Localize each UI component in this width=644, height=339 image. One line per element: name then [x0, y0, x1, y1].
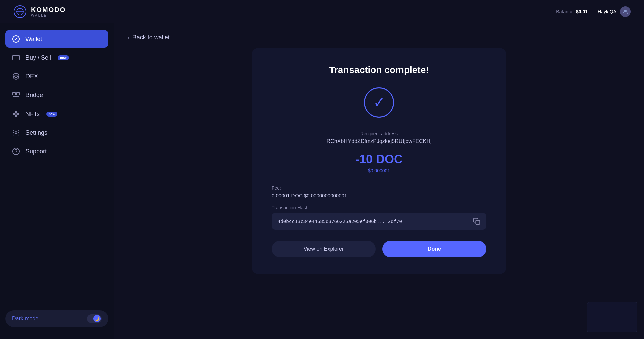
amount-usd: $0.000001	[355, 168, 403, 173]
hash-text: 4d0bcc13c34e44685d3766225a205ef006b... 2…	[278, 219, 402, 224]
dark-mode-label: Dark mode	[12, 316, 38, 322]
back-arrow-icon: ‹	[127, 33, 130, 41]
header-right: Balance $0.01 Hayk QA	[556, 6, 631, 17]
view-on-explorer-button[interactable]: View on Explorer	[272, 241, 376, 257]
svg-rect-11	[13, 115, 15, 117]
back-to-wallet-label: Back to wallet	[132, 34, 170, 41]
logo-text: KOMODO WALLET	[31, 6, 66, 17]
balance-area: Balance $0.01	[556, 9, 588, 14]
dex-icon	[12, 72, 20, 80]
fee-label: Fee:	[272, 185, 486, 191]
amount-section: -10 DOC $0.000001	[355, 152, 403, 173]
checkmark-icon: ✓	[373, 95, 385, 110]
logo-name: KOMODO	[31, 6, 66, 14]
svg-rect-12	[17, 115, 19, 117]
user-area: Hayk QA	[598, 6, 631, 17]
recipient-address: RChXbHYddZDfmzPJqzkej5RUtjpwFECKHj	[272, 138, 486, 144]
done-button[interactable]: Done	[382, 241, 486, 257]
sidebar-item-settings[interactable]: Settings	[5, 124, 108, 141]
dark-mode-toggle[interactable]: Dark mode 🌙	[5, 310, 108, 327]
back-to-wallet-button[interactable]: ‹ Back to wallet	[127, 23, 170, 48]
svg-rect-8	[17, 92, 19, 95]
sidebar-item-label: Buy / Sell	[25, 54, 51, 61]
fee-value: 0.00001 DOC $0.0000000000001	[272, 193, 486, 198]
content: ‹ Back to wallet Transaction complete! ✓…	[114, 23, 644, 339]
sidebar-item-label: Wallet	[25, 36, 42, 43]
sidebar-item-buy-sell[interactable]: Buy / Sell new	[5, 49, 108, 66]
komodo-logo-icon	[13, 5, 27, 18]
sidebar-item-label: DEX	[25, 73, 38, 80]
user-name: Hayk QA	[598, 9, 616, 14]
action-buttons: View on Explorer Done	[272, 241, 486, 257]
transaction-card: Transaction complete! ✓ Recipient addres…	[252, 48, 506, 274]
credit-card-icon	[12, 54, 20, 62]
sidebar-item-bridge[interactable]: Bridge	[5, 86, 108, 104]
svg-point-13	[15, 132, 17, 134]
sidebar-item-support[interactable]: Support	[5, 143, 108, 160]
recipient-label: Recipient address	[272, 131, 486, 136]
wallet-icon	[12, 35, 20, 43]
main-layout: Wallet Buy / Sell new DEX	[0, 23, 644, 339]
copy-icon[interactable]	[473, 218, 480, 225]
sidebar-item-label: NFTs	[25, 111, 40, 118]
settings-icon	[12, 129, 20, 137]
amount-value: -10 DOC	[355, 152, 403, 166]
svg-rect-9	[13, 111, 15, 113]
support-icon	[12, 147, 20, 155]
balance-label: Balance	[556, 9, 573, 14]
header: KOMODO WALLET Balance $0.01 Hayk QA	[0, 0, 644, 23]
svg-rect-4	[13, 55, 19, 60]
hash-box: 4d0bcc13c34e44685d3766225a205ef006b... 2…	[272, 213, 486, 230]
sidebar-bottom: Dark mode 🌙	[5, 305, 108, 332]
bridge-icon	[12, 91, 20, 99]
sidebar: Wallet Buy / Sell new DEX	[0, 23, 114, 339]
sidebar-item-dex[interactable]: DEX	[5, 68, 108, 85]
sidebar-item-label: Settings	[25, 129, 47, 136]
svg-rect-10	[17, 111, 19, 113]
logo-subtitle: WALLET	[31, 14, 66, 17]
balance-value: $0.01	[576, 9, 588, 14]
recipient-section: Recipient address RChXbHYddZDfmzPJqzkej5…	[272, 131, 486, 144]
badge-new: new	[46, 112, 57, 117]
sidebar-nav: Wallet Buy / Sell new DEX	[5, 30, 108, 305]
toggle-knob: 🌙	[87, 314, 102, 323]
toggle-circle: 🌙	[93, 315, 101, 322]
svg-rect-7	[13, 92, 15, 95]
badge-new: new	[58, 55, 69, 60]
fee-section: Fee: 0.00001 DOC $0.0000000000001	[272, 185, 486, 198]
nfts-icon	[12, 110, 20, 118]
sidebar-item-label: Support	[25, 148, 47, 155]
sidebar-item-label: Bridge	[25, 92, 43, 99]
svg-point-6	[15, 75, 17, 78]
hash-label: Transaction Hash:	[272, 205, 486, 210]
corner-thumbnail	[587, 302, 637, 332]
success-check-circle: ✓	[364, 87, 394, 118]
hash-section: Transaction Hash: 4d0bcc13c34e44685d3766…	[272, 205, 486, 230]
content-wrapper: Transaction complete! ✓ Recipient addres…	[127, 48, 631, 287]
sidebar-item-nfts[interactable]: NFTs new	[5, 105, 108, 123]
sidebar-item-wallet[interactable]: Wallet	[5, 30, 108, 48]
transaction-title: Transaction complete!	[329, 65, 429, 75]
svg-rect-15	[476, 220, 480, 224]
logo-area: KOMODO WALLET	[13, 5, 66, 18]
avatar	[620, 6, 631, 17]
